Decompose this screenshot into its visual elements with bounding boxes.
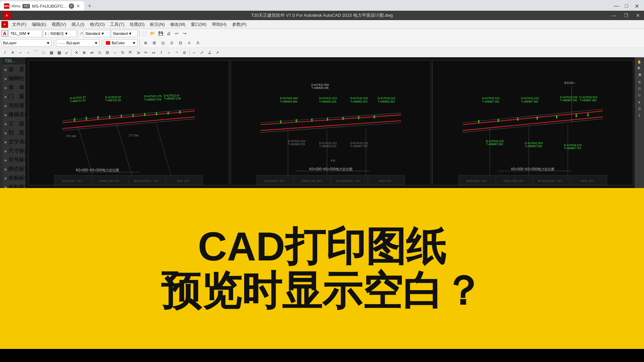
sidebar-item-axis[interactable]: ▶ 轴网柱子 (3, 74, 25, 83)
svg-text:D-417K42.213: D-417K42.213 (564, 144, 582, 147)
tb-stretch[interactable]: ⇲ (135, 49, 142, 56)
menu-format[interactable]: 格式(O) (87, 21, 108, 28)
svg-rect-43 (280, 120, 281, 123)
sidebar-item-stair[interactable]: ▶ 楼梯其他 (3, 110, 25, 119)
tb-save[interactable]: 💾 (157, 30, 164, 37)
svg-text:T-A66902.323: T-A66902.323 (319, 145, 336, 148)
tb-hatch[interactable]: ▦ (48, 49, 55, 56)
tb-xline[interactable]: ✕ (9, 49, 16, 56)
tb-snap[interactable]: ⊕ (142, 39, 149, 47)
linetype-dropdown[interactable]: —— ByLayer ▼ (56, 39, 100, 47)
rt-layers[interactable]: ☰ (636, 106, 642, 112)
rt-props[interactable]: ℹ (636, 112, 642, 118)
color-dropdown[interactable]: ByColor ▼ (104, 39, 138, 47)
menu-view[interactable]: 视图(V) (49, 21, 69, 28)
arrow-stair: ▶ (5, 113, 7, 117)
tb-line[interactable]: / (1, 49, 9, 56)
browser-window-buttons: — □ ✕ (612, 1, 644, 11)
sidebar-item-dim[interactable]: ▶ 尺寸标注 (3, 146, 25, 156)
sidebar-item-wall[interactable]: ▶ 墙 体 (3, 83, 25, 92)
autocad-minimize-button[interactable]: — (608, 11, 620, 20)
standard-dropdown-1[interactable]: Standard ▼ (84, 30, 110, 37)
tb-linear-dim[interactable]: ↔ (191, 49, 198, 56)
tb-array[interactable]: ⊞ (104, 49, 111, 56)
tb-text[interactable]: A (194, 39, 202, 47)
tb-explode[interactable]: ⊘ (181, 49, 188, 56)
tb-polar[interactable]: ◎ (159, 39, 167, 47)
sidebar-item-static[interactable]: ▶ 静态标注 (3, 165, 25, 174)
svg-rect-89 (556, 115, 557, 118)
sidebar-item-text[interactable]: ▶ 文字表格 (3, 137, 25, 146)
scale-dropdown[interactable]: 1：500标注 ▼ (43, 30, 76, 37)
tel-dim-dropdown[interactable]: TEL_DIM ▼ (9, 30, 42, 37)
menu-draw[interactable]: 绘图(D) (127, 21, 147, 28)
sidebar-item-elevation[interactable]: ▶ 立 面 (3, 119, 25, 128)
tb-redo[interactable]: ↪ (181, 30, 189, 37)
autocad-close-button[interactable]: ✕ (632, 11, 644, 20)
menu-file[interactable]: 文件(F) (9, 21, 29, 28)
standard-dropdown-2[interactable]: Standard ▼ (111, 30, 138, 37)
sidebar-item-room[interactable]: ▶ 房间屋顶 (3, 101, 25, 110)
new-tab-button[interactable]: + (86, 2, 94, 10)
tb-otrack[interactable]: ⊟ (177, 39, 184, 47)
autocad-restore-button[interactable]: ❐ (620, 11, 632, 20)
browser-close-button[interactable]: ✕ (632, 1, 641, 11)
sidebar-item-coord-check[interactable]: ▶ 坐标检查 (3, 183, 25, 188)
layer-dropdown[interactable]: ByLayer ▼ (1, 39, 52, 47)
tb-undo[interactable]: ↩ (173, 30, 180, 37)
menu-tools[interactable]: 工具(T) (107, 21, 127, 28)
tb-rect[interactable]: □ (40, 49, 47, 56)
browser-minimize-button[interactable]: — (612, 1, 621, 11)
menu-modify[interactable]: 修改(M) (167, 21, 188, 28)
rt-pan[interactable]: ✋ (636, 59, 642, 65)
menu-dim[interactable]: 标注(N) (147, 21, 167, 28)
menu-insert[interactable]: 插入(I) (69, 21, 87, 28)
sidebar-item-coord[interactable]: ▶ 坐标标注 (3, 174, 25, 183)
menu-help[interactable]: 帮助(H) (209, 21, 229, 28)
sidebar-item-symbol[interactable]: ▶ 符号标注 (3, 156, 25, 165)
rt-zoom-win[interactable]: ⊡ (636, 85, 642, 92)
tb-open[interactable]: 📂 (149, 30, 156, 37)
browser-maximize-button[interactable]: □ (622, 1, 631, 11)
tb-extend[interactable]: ↦ (150, 49, 157, 56)
tb-fillet[interactable]: ⌔ (173, 49, 180, 56)
arrow-section: ▶ (5, 131, 7, 135)
sidebar-item-settings[interactable]: ▶ 设 置 (3, 65, 25, 74)
rt-zoom-all[interactable]: ⊞ (636, 79, 642, 85)
rt-zoom-in[interactable]: 🔍 (636, 65, 642, 71)
rt-view[interactable]: ◈ (636, 99, 642, 105)
tb-ortho[interactable]: ⊞ (151, 39, 158, 47)
tb-copy[interactable]: ⊕ (80, 49, 88, 56)
tb-arc[interactable]: ⌒ (32, 49, 40, 56)
tab-close-button[interactable]: ✕ (76, 3, 80, 9)
tb-trim[interactable]: ✂ (142, 49, 150, 56)
tb-angular-dim[interactable]: ∠ (206, 49, 213, 56)
tb-scale[interactable]: ⇱ (127, 49, 134, 56)
tb-osnap[interactable]: ⊙ (168, 39, 175, 47)
rt-orbit[interactable]: ↻ (636, 92, 642, 98)
tb-break[interactable]: ⌇ (158, 49, 165, 56)
tb-move[interactable]: ↔ (111, 49, 119, 56)
menu-window[interactable]: 窗口(W) (188, 21, 209, 28)
tb-pline[interactable]: ⌐ (17, 49, 24, 56)
sidebar-item-door[interactable]: ▶ 门 窗 (3, 92, 25, 101)
tb-mirror[interactable]: ⇌ (88, 49, 96, 56)
sidebar-item-section[interactable]: ▶ 剖 面 (3, 128, 25, 137)
tb-rotate[interactable]: ↻ (119, 49, 126, 56)
tb-print[interactable]: 🖨 (165, 30, 172, 37)
tb-offset[interactable]: ⊃ (96, 49, 103, 56)
menu-edit[interactable]: 编辑(E) (29, 21, 49, 28)
tb-circle[interactable]: ○ (24, 49, 32, 56)
tb-chamfer[interactable]: ⌐ (165, 49, 173, 56)
tb-insert[interactable]: ↙ (63, 49, 70, 56)
sidebar-label-coord-check: 坐标检查 (8, 184, 25, 188)
rt-zoom-out[interactable]: 🔎 (636, 72, 642, 78)
browser-tab[interactable]: MS 40ms HD MS-FHJUBGFC... P ✕ (0, 1, 84, 11)
tb-lineweight[interactable]: ≡ (185, 39, 193, 47)
tb-aligned-dim[interactable]: ⤢ (198, 49, 206, 56)
tb-erase[interactable]: ✕ (73, 49, 80, 56)
tb-leader[interactable]: ↗ (214, 49, 221, 56)
tb-block[interactable]: ▩ (55, 49, 63, 56)
tb-new-file[interactable]: 📄 (141, 30, 148, 37)
menu-params[interactable]: 参数(P) (229, 21, 249, 28)
